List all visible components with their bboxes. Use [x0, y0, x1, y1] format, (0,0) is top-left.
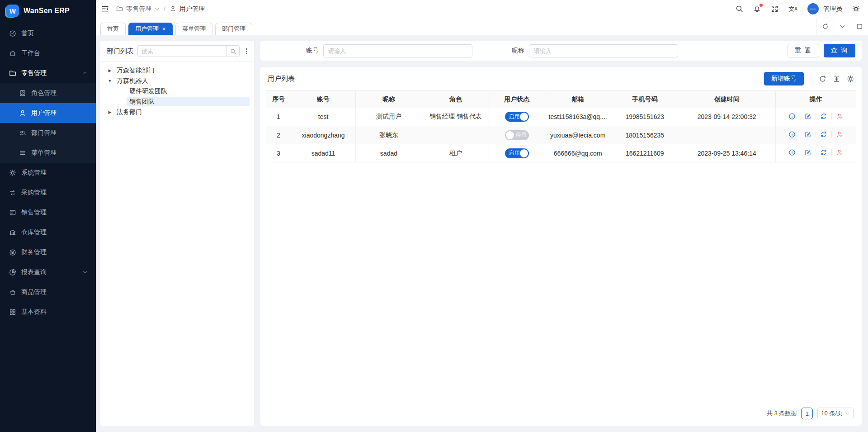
- close-icon[interactable]: ✕: [162, 26, 166, 32]
- edit-icon[interactable]: [804, 131, 811, 138]
- kebab-menu-icon[interactable]: [243, 48, 250, 54]
- nickname-input[interactable]: [529, 44, 678, 57]
- column-header: 手机号码: [612, 91, 678, 108]
- sidebar-item[interactable]: 销售管理: [0, 203, 96, 223]
- cell-phone: 18015156235: [612, 126, 678, 144]
- sidebar-item[interactable]: 工作台: [0, 43, 96, 63]
- tab[interactable]: 用户管理✕: [128, 23, 173, 35]
- sidebar-subitem[interactable]: 角色管理: [0, 83, 96, 103]
- caret-right-icon[interactable]: ▶: [106, 110, 114, 114]
- maximize-content-icon[interactable]: [851, 18, 868, 35]
- sync-icon[interactable]: [820, 113, 827, 120]
- sidebar-item[interactable]: 采购管理: [0, 183, 96, 203]
- account-input[interactable]: [323, 44, 472, 57]
- translate-icon[interactable]: 文A: [788, 5, 797, 13]
- tab[interactable]: 部门管理: [215, 23, 252, 35]
- sidebar: W WanSen ERP 首页工作台零售管理角色管理用户管理部门管理菜单管理系统…: [0, 0, 96, 432]
- reset-button[interactable]: 重 置: [788, 44, 819, 57]
- notification-bell-icon[interactable]: [753, 5, 761, 13]
- caret-right-icon[interactable]: ▶: [106, 68, 114, 73]
- sidebar-item-label: 商品管理: [21, 288, 47, 296]
- page-number-button[interactable]: 1: [801, 408, 813, 419]
- tab[interactable]: 首页: [100, 23, 126, 35]
- row-index: 3: [266, 144, 291, 162]
- sync-icon[interactable]: [820, 149, 827, 156]
- sidebar-item[interactable]: 基本资料: [0, 302, 96, 322]
- username[interactable]: 管理员: [823, 5, 842, 13]
- menu-fold-icon[interactable]: [101, 5, 109, 13]
- gear-icon[interactable]: [852, 5, 860, 13]
- tab-label: 首页: [107, 25, 119, 33]
- tree-item-label: 硬件研发团队: [127, 87, 170, 96]
- remove-user-icon[interactable]: [836, 149, 843, 156]
- edit-icon[interactable]: [804, 149, 811, 156]
- tree-item-label: 法务部门: [114, 108, 145, 117]
- tab-menu-chevron-icon[interactable]: [834, 18, 851, 35]
- sidebar-item[interactable]: 报表查询: [0, 262, 96, 282]
- sidebar-item[interactable]: 财务管理: [0, 242, 96, 262]
- info-icon[interactable]: [788, 131, 796, 138]
- status-toggle[interactable]: 启用: [505, 112, 529, 122]
- column-header: 邮箱: [544, 91, 612, 108]
- table-row: 1test测试用户销售经理 销售代表启用test1158163a@qq....1…: [266, 108, 856, 126]
- tree-item-label: 万森机器人: [114, 76, 151, 85]
- sidebar-item-label: 仓库管理: [21, 228, 47, 237]
- tree-item[interactable]: ▼万森机器人: [103, 76, 251, 86]
- sidebar-subitem[interactable]: 用户管理: [0, 103, 96, 123]
- avatar[interactable]: wansen: [807, 3, 819, 14]
- sidebar-item[interactable]: 商品管理: [0, 282, 96, 302]
- refresh-table-icon[interactable]: [819, 75, 826, 83]
- sidebar-subitem[interactable]: 菜单管理: [0, 143, 96, 163]
- sidebar-item[interactable]: 仓库管理: [0, 223, 96, 242]
- tree-item[interactable]: ▶法务部门: [103, 107, 251, 117]
- tree-item[interactable]: ▶万森智能部门: [103, 65, 251, 76]
- search-icon[interactable]: [736, 5, 743, 13]
- status-label: 启用: [509, 113, 520, 121]
- department-search-input[interactable]: [137, 45, 226, 57]
- tab[interactable]: 菜单管理: [175, 23, 212, 35]
- remove-user-icon[interactable]: [836, 131, 843, 138]
- tree-item[interactable]: 销售团队: [103, 96, 251, 107]
- table-settings-gear-icon[interactable]: [847, 75, 854, 83]
- info-icon[interactable]: [788, 113, 796, 120]
- remove-user-icon[interactable]: [836, 113, 843, 120]
- refresh-tab-icon[interactable]: [816, 18, 834, 35]
- tree-item[interactable]: 硬件研发团队: [103, 86, 251, 96]
- sidebar-item-label: 零售管理: [21, 69, 47, 77]
- edit-icon[interactable]: [804, 113, 811, 120]
- sidebar-item[interactable]: 首页: [0, 24, 96, 43]
- sidebar-item-label: 系统管理: [21, 169, 47, 177]
- notification-badge: [760, 4, 763, 7]
- query-button[interactable]: 查 询: [824, 44, 855, 57]
- caret-down-icon[interactable]: ▼: [106, 79, 114, 83]
- status-toggle[interactable]: 启用: [505, 148, 529, 158]
- info-icon[interactable]: [788, 149, 796, 156]
- app-root: W WanSen ERP 首页工作台零售管理角色管理用户管理部门管理菜单管理系统…: [0, 0, 868, 432]
- fullscreen-icon[interactable]: [771, 5, 778, 13]
- department-panel: 部门列表 ▶万森智能部门▼万森机器人硬件研发团队销售团队▶法务部门: [100, 41, 254, 426]
- row-height-icon[interactable]: [833, 75, 840, 83]
- sidebar-item[interactable]: 零售管理: [0, 63, 96, 83]
- sidebar-item-label: 财务管理: [21, 248, 47, 256]
- page-size-select[interactable]: 10 条/页: [817, 408, 854, 419]
- chevron-up-icon: [82, 71, 88, 76]
- sidebar-item[interactable]: 系统管理: [0, 163, 96, 183]
- user-icon: [19, 109, 26, 117]
- cell-status: 停用: [490, 126, 544, 144]
- breadcrumb-parent[interactable]: 零售管理: [126, 5, 151, 13]
- status-toggle[interactable]: 停用: [505, 130, 529, 140]
- sidebar-item-label: 采购管理: [21, 189, 47, 197]
- cell-account: sadad11: [291, 144, 356, 162]
- department-search-button[interactable]: [226, 45, 240, 57]
- add-account-button[interactable]: 新增账号: [764, 72, 804, 85]
- role-icon: [19, 90, 26, 97]
- sync-icon[interactable]: [820, 131, 827, 138]
- sidebar-subitem[interactable]: 部门管理: [0, 123, 96, 143]
- cell-roles: 销售经理 销售代表: [422, 108, 490, 126]
- cell-account: xiaodongzhang: [291, 126, 356, 144]
- app-title: WanSen ERP: [24, 7, 70, 15]
- sidebar-item-label: 报表查询: [21, 268, 47, 276]
- breadcrumb-separator: /: [164, 5, 165, 13]
- chevron-down-icon: [155, 6, 160, 11]
- sidebar-subitem-label: 角色管理: [31, 89, 57, 97]
